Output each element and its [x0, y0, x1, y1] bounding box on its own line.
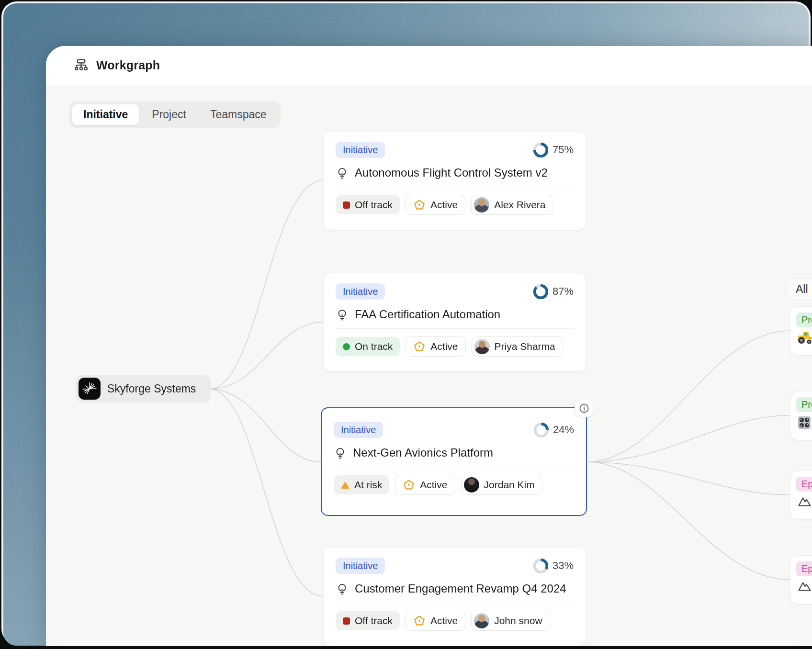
pentagon-active-icon	[413, 340, 426, 353]
off-track-icon	[343, 617, 350, 625]
off-track-icon	[343, 201, 350, 209]
card-divider	[336, 187, 574, 187]
epic-card[interactable]: Epic	[790, 470, 812, 520]
stage-badge[interactable]: Active	[395, 475, 455, 495]
status-badge[interactable]: Off track	[336, 611, 400, 630]
pentagon-active-icon	[413, 615, 426, 627]
progress-ring-icon	[533, 559, 548, 573]
project-card[interactable]: Project	[790, 391, 812, 440]
tab-initiative[interactable]: Initiative	[72, 104, 139, 125]
type-pill: Initiative	[334, 422, 383, 438]
project-card[interactable]: Project	[790, 306, 812, 356]
owner-badge[interactable]: Jordan Kim	[461, 475, 542, 495]
owner-badge[interactable]: John snow	[471, 611, 550, 631]
initiative-card[interactable]: Initiative 33% Customer Engagement Revam…	[323, 547, 586, 646]
tab-teamspace[interactable]: Teamspace	[199, 104, 278, 125]
progress-label: 87%	[553, 285, 574, 298]
type-pill: Initiative	[336, 283, 385, 300]
type-pill: Epic	[796, 561, 812, 576]
mountain-icon	[797, 495, 812, 509]
pentagon-active-icon	[403, 479, 415, 491]
progress-ring-icon	[533, 143, 548, 157]
avatar	[474, 197, 489, 213]
card-title: Autonomous Flight Control System v2	[355, 166, 548, 179]
view-tabs: Initiative Project Teamspace	[69, 101, 281, 128]
tab-project[interactable]: Project	[140, 104, 198, 125]
card-divider	[336, 328, 574, 329]
info-button[interactable]	[575, 399, 593, 417]
progress-label: 33%	[553, 559, 574, 572]
initiative-card[interactable]: Initiative 75% Autonomous Flight Control…	[323, 131, 586, 230]
type-pill: Initiative	[336, 558, 385, 574]
stage-badge[interactable]: Active	[406, 336, 465, 357]
info-icon	[578, 403, 590, 414]
lightbulb-icon	[336, 582, 349, 595]
type-pill: Project	[796, 397, 812, 412]
on-track-icon	[343, 343, 350, 350]
owner-badge[interactable]: Priya Sharma	[472, 336, 563, 357]
owner-badge[interactable]: Alex Rivera	[471, 195, 553, 215]
lightbulb-icon	[336, 167, 349, 179]
type-pill: Initiative	[336, 142, 385, 158]
stage-badge[interactable]: Active	[406, 611, 465, 631]
progress-indicator: 75%	[533, 143, 574, 157]
tractor-icon	[797, 331, 812, 347]
status-badge[interactable]: At risk	[334, 475, 389, 494]
app-header: Workgraph	[46, 46, 812, 85]
filter-all-chip[interactable]: All	[788, 279, 812, 300]
progress-indicator: 24%	[534, 423, 574, 437]
card-title: Customer Engagement Revamp Q4 2024	[355, 582, 566, 595]
card-divider	[334, 467, 574, 467]
skyforge-logo	[79, 378, 101, 400]
status-badge[interactable]: On track	[336, 337, 400, 356]
card-divider	[336, 603, 574, 603]
workgraph-icon	[74, 58, 89, 73]
workgraph-canvas: Workgraph Initiative Project Teamspace S…	[46, 46, 812, 646]
screen: Workgraph Initiative Project Teamspace S…	[0, 0, 812, 649]
mountain-icon	[797, 580, 812, 594]
type-pill: Project	[796, 313, 812, 327]
card-title: Next-Gen Avionics Platform	[353, 446, 493, 459]
control-knobs-icon	[797, 415, 812, 432]
epic-card[interactable]: Epic	[790, 555, 812, 604]
progress-label: 75%	[553, 144, 574, 156]
status-badge[interactable]: Off track	[336, 195, 400, 214]
type-pill: Epic	[796, 477, 812, 492]
progress-ring-icon	[533, 284, 548, 299]
initiative-card[interactable]: Initiative 87% FAA Certification Automat…	[323, 273, 586, 372]
lightbulb-icon	[334, 447, 347, 459]
pentagon-active-icon	[413, 199, 426, 211]
progress-indicator: 33%	[533, 559, 574, 573]
card-title: FAA Certification Automation	[355, 308, 500, 321]
lightbulb-icon	[336, 308, 349, 321]
avatar	[474, 613, 489, 628]
root-node-skyforge[interactable]: Skyforge Systems	[76, 375, 211, 403]
progress-indicator: 87%	[533, 284, 574, 299]
root-node-label: Skyforge Systems	[107, 382, 196, 395]
progress-label: 24%	[553, 424, 574, 436]
initiative-card-selected[interactable]: Initiative 24% Next-Gen Avionics Platfor…	[321, 407, 587, 516]
at-risk-icon	[341, 481, 350, 489]
avatar	[474, 339, 490, 354]
progress-ring-icon	[534, 423, 549, 437]
stage-badge[interactable]: Active	[406, 195, 465, 215]
page-title: Workgraph	[96, 58, 160, 72]
avatar	[464, 477, 479, 492]
